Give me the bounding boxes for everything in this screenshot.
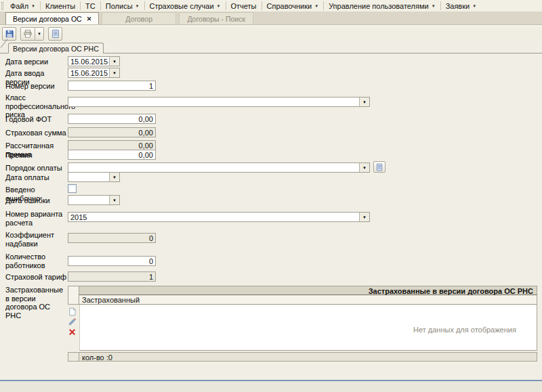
label-insured-table: Застрахованные в версии договора ОС РНС xyxy=(5,286,68,320)
calc-variant-combobox[interactable]: 2015 ▼ xyxy=(68,212,370,222)
chevron-down-icon[interactable]: ▼ xyxy=(109,196,119,204)
menu-insurance-cases[interactable]: Страховые случаи▼ xyxy=(145,1,226,12)
chevron-down-icon[interactable]: ▼ xyxy=(109,68,119,77)
premium-input[interactable]: 0,00 xyxy=(68,150,156,160)
delete-row-button[interactable] xyxy=(66,327,77,336)
menu-policies-label: Полисы xyxy=(106,2,133,10)
label-version-number: Номер версии xyxy=(5,82,68,91)
label-tariff: Страховой тариф xyxy=(5,273,68,282)
table-footer-count: кол-во :0 xyxy=(79,352,537,362)
printer-icon xyxy=(23,29,33,39)
payment-order-combobox[interactable]: ▼ xyxy=(68,162,370,173)
chevron-down-icon: ▼ xyxy=(31,4,35,8)
clipboard-icon xyxy=(375,163,383,171)
menu-user-management[interactable]: Управление пользователями▼ xyxy=(324,1,440,12)
menu-directories-label: Справочники xyxy=(267,2,312,10)
menu-reports-label: Отчеты xyxy=(231,2,257,10)
tab-label: Договоры - Поиск xyxy=(187,15,245,23)
table-selector-header xyxy=(68,286,79,305)
chevron-down-icon[interactable]: ▼ xyxy=(359,97,369,106)
menu-requests[interactable]: Заявки▼ xyxy=(441,1,481,12)
label-payment-date: Дата оплаты xyxy=(5,173,68,182)
table-empty-text: Нет данных для отображения xyxy=(413,326,516,334)
payment-order-value xyxy=(68,163,359,172)
print-button[interactable] xyxy=(20,27,35,41)
tab-label: Версии договора ОС xyxy=(13,15,82,23)
chevron-down-icon: ▼ xyxy=(314,4,318,8)
floppy-disk-icon xyxy=(5,29,14,39)
annual-fot-input[interactable]: 0,00 xyxy=(68,114,156,124)
label-payment-order: Порядок оплаты xyxy=(5,164,68,173)
surcharge-coeff-readonly: 0 xyxy=(68,233,156,243)
table-column-header-insured[interactable]: Застрахованный xyxy=(79,295,537,305)
chevron-down-icon[interactable]: ▼ xyxy=(359,163,369,172)
payment-date-combobox[interactable]: ▼ xyxy=(68,172,120,182)
menu-ts[interactable]: ТС xyxy=(81,1,100,12)
menu-user-management-label: Управление пользователями xyxy=(329,2,429,10)
menu-file-label: Файл xyxy=(10,2,28,10)
chevron-down-icon[interactable]: ▼ xyxy=(109,173,119,181)
table-footer-selector-cell xyxy=(68,352,79,362)
menu-policies[interactable]: Полисы▼ xyxy=(101,1,144,12)
label-error-date: Дата ошибки xyxy=(5,196,68,205)
menu-clients[interactable]: Клиенты xyxy=(41,1,80,12)
error-date-combobox[interactable]: ▼ xyxy=(68,195,120,205)
page-tab-label: Версии договора ОС РНС xyxy=(13,45,99,53)
chevron-down-icon: ▼ xyxy=(472,4,476,8)
date-version-combobox[interactable]: 15.06.2015 ▼ xyxy=(68,56,120,66)
new-page-icon xyxy=(68,307,77,316)
label-insurance-sum: Страховая сумма xyxy=(5,129,68,137)
toolbar-grip-icon[interactable] xyxy=(1,2,3,10)
payment-order-details-button[interactable] xyxy=(373,161,385,173)
calculated-premium-readonly: 0,00 xyxy=(68,140,156,150)
label-surcharge-coeff: Коэффициент надбавки xyxy=(5,231,68,248)
red-x-icon xyxy=(68,328,77,336)
label-date-version: Дата версии xyxy=(5,58,68,66)
tab-contract-os-versions[interactable]: Версии договора ОС ✕ xyxy=(5,12,99,24)
payment-date-value xyxy=(68,173,109,181)
app-window: Файл▼ Клиенты ТС Полисы▼ Страховые случа… xyxy=(0,0,542,392)
table-group-header: Застрахованные в версии договора ОС РНС xyxy=(79,286,537,295)
menu-requests-label: Заявки xyxy=(446,2,470,10)
label-calc-variant: Номер варианта расчета xyxy=(5,210,68,227)
date-entry-combobox[interactable]: 15.06.2015 ▼ xyxy=(68,68,120,78)
chevron-down-icon: ▼ xyxy=(217,4,221,8)
error-date-value xyxy=(68,196,109,204)
menu-clients-label: Клиенты xyxy=(45,2,75,10)
tab-label: Договор xyxy=(125,15,152,23)
clipboard-icon xyxy=(51,29,60,39)
menu-file[interactable]: Файл▼ xyxy=(5,1,40,12)
label-workers-count: Количество работников xyxy=(5,253,68,269)
tab-contracts-search[interactable]: Договоры - Поиск xyxy=(179,12,253,24)
add-row-button[interactable] xyxy=(66,307,77,316)
report-button[interactable] xyxy=(48,27,62,41)
label-premium: Премия xyxy=(5,151,68,160)
menu-directories[interactable]: Справочники▼ xyxy=(262,1,324,12)
workers-count-input[interactable]: 0 xyxy=(68,256,156,266)
entered-wrong-checkbox[interactable] xyxy=(68,184,77,193)
chevron-down-icon: ▼ xyxy=(37,32,41,36)
label-annual-fot: Годовой ФОТ xyxy=(5,115,68,124)
chevron-down-icon[interactable]: ▼ xyxy=(359,213,369,221)
print-options-dropdown[interactable]: ▼ xyxy=(35,27,44,41)
risk-class-combobox[interactable]: ▼ xyxy=(68,97,370,107)
calc-variant-value: 2015 xyxy=(68,213,359,221)
edit-row-button[interactable] xyxy=(66,317,77,326)
close-icon[interactable]: ✕ xyxy=(87,16,92,22)
chevron-down-icon: ▼ xyxy=(136,4,140,8)
page-tab-contract-os-rns-versions[interactable]: Версии договора ОС РНС xyxy=(8,43,104,53)
version-number-input[interactable]: 1 xyxy=(68,81,156,91)
toolbar: ▼ xyxy=(0,26,542,41)
date-version-value: 15.06.2015 xyxy=(68,57,109,66)
document-tab-strip: Версии договора ОС ✕ Договор Договоры - … xyxy=(0,12,542,25)
bottom-panel xyxy=(0,381,542,392)
tab-contract[interactable]: Договор xyxy=(102,12,176,24)
save-button[interactable] xyxy=(2,27,16,41)
menu-ts-label: ТС xyxy=(85,2,96,10)
risk-class-value xyxy=(68,97,359,106)
chevron-down-icon: ▼ xyxy=(432,4,436,8)
insurance-sum-readonly: 0,00 xyxy=(68,127,156,137)
menu-reports[interactable]: Отчеты xyxy=(226,1,262,12)
chevron-down-icon[interactable]: ▼ xyxy=(109,57,119,66)
pen-icon xyxy=(68,318,77,326)
